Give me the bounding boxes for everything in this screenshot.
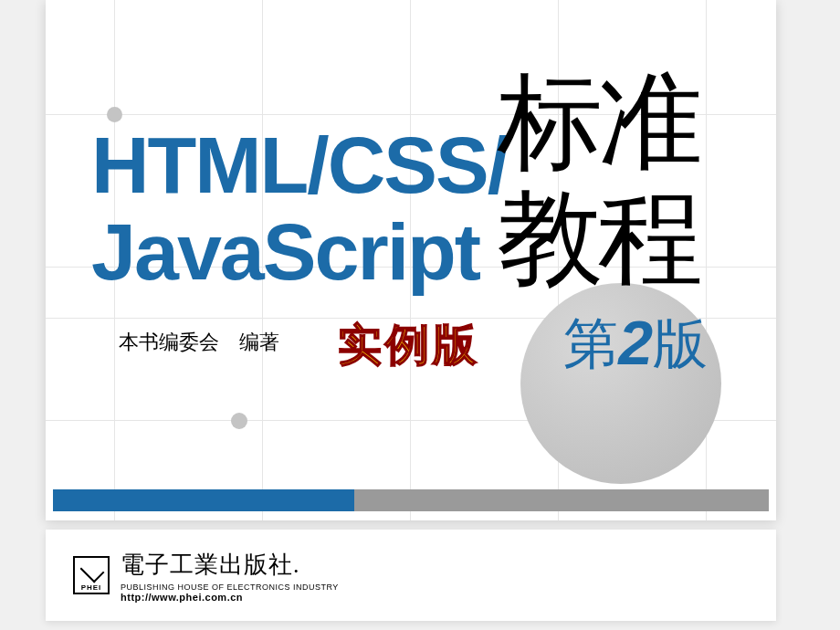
author-label: 本书编委会 编著 — [119, 329, 279, 356]
tech-title-line2: JavaScript — [91, 205, 479, 299]
publisher-footer: PHEI 電子工業出版社. PUBLISHING HOUSE OF ELECTR… — [46, 530, 776, 621]
tech-title-line1: HTML/CSS/ — [91, 119, 508, 212]
book-title-cn: 标准 教程 — [498, 66, 698, 297]
grid-line — [706, 0, 707, 520]
title-cn-line1: 标准 — [498, 66, 698, 182]
edition-prefix: 第 — [563, 313, 618, 374]
example-edition-label: 实例版 — [338, 316, 480, 374]
edition-number: 2 — [618, 308, 653, 377]
edition-suffix: 版 — [653, 313, 708, 374]
publisher-name-en: PUBLISHING HOUSE OF ELECTRONICS INDUSTRY — [121, 583, 339, 592]
decorative-bar-gray — [354, 489, 769, 511]
decorative-dot — [231, 413, 247, 429]
logo-text: PHEI — [81, 583, 102, 592]
title-cn-line2: 教程 — [498, 182, 698, 298]
edition-label: 第2版 — [563, 307, 708, 382]
publisher-text-block: 電子工業出版社. PUBLISHING HOUSE OF ELECTRONICS… — [121, 549, 339, 603]
publisher-name-cn: 電子工業出版社. — [121, 549, 339, 581]
publisher-logo-icon: PHEI — [73, 556, 110, 594]
cover-page: HTML/CSS/ JavaScript 标准 教程 第2版 实例版 本书编委会… — [46, 0, 776, 520]
decorative-bar-blue — [53, 489, 354, 511]
publisher-url: http://www.phei.com.cn — [121, 592, 339, 603]
